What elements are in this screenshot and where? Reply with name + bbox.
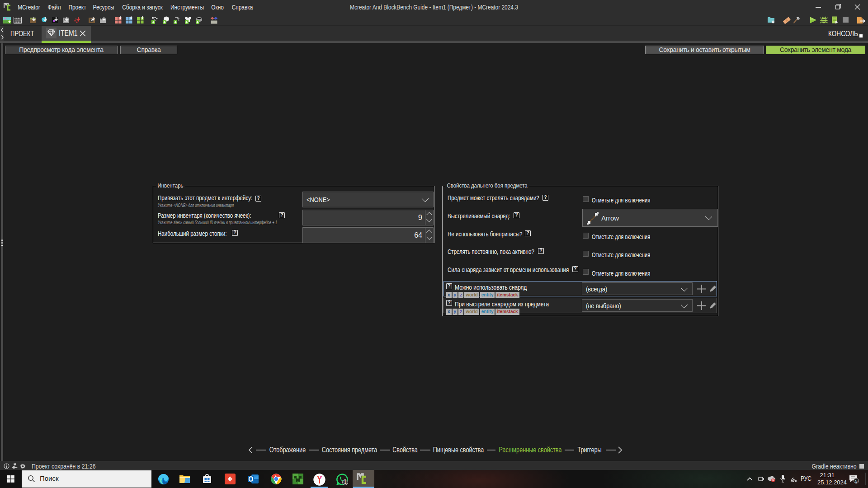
svg-text:1: 1 xyxy=(344,479,346,485)
svg-text:5: 5 xyxy=(855,479,857,483)
